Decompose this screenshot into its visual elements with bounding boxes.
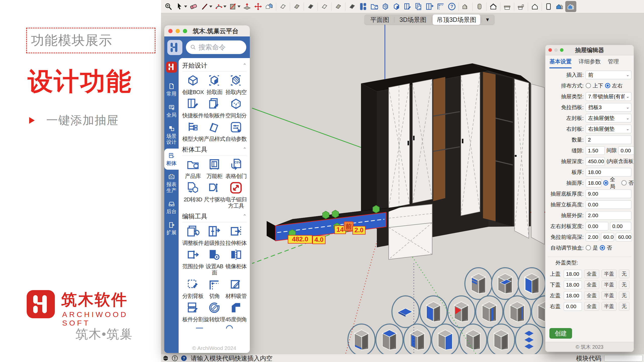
dialog-tab-1[interactable]: 详细参数: [579, 58, 601, 68]
folder-box-tool[interactable]: [369, 1, 380, 12]
view-tab-0[interactable]: 平面图: [366, 15, 393, 25]
cabinet-drawer-on-shelf-badge[interactable]: [492, 268, 519, 299]
input-11[interactable]: 9.00: [586, 190, 631, 198]
pushpull-tool[interactable]: [242, 1, 253, 12]
plane-box-1[interactable]: [277, 1, 289, 12]
tool-split-back[interactable]: 分割背板: [182, 278, 204, 299]
tool-panel-quick[interactable]: 快捷板件: [182, 97, 204, 119]
sidebar-item-4[interactable]: 报表生产: [164, 170, 179, 197]
corner-measure-tool[interactable]: [435, 1, 446, 12]
cabinet-inner-left-door-badge[interactable]: [404, 324, 431, 356]
cover-btn-下盖-无[interactable]: 无: [619, 280, 629, 289]
tool-stretch-cabinet[interactable]: 拉伸柜体: [225, 225, 247, 246]
drawer-handle-icon[interactable]: [373, 205, 379, 213]
cover-btn-左盖-全盖[interactable]: 全盖: [584, 291, 599, 300]
cover-input-2[interactable]: 18.00: [564, 291, 582, 300]
cover-btn-下盖-全盖[interactable]: 全盖: [584, 280, 599, 289]
select-0[interactable]: 前⌄: [586, 71, 631, 79]
tool-material-picker[interactable]: 材料吸管: [225, 278, 247, 299]
person-info-icon[interactable]: [172, 355, 178, 361]
cover-input-3[interactable]: 0.00: [564, 302, 582, 311]
component-tool[interactable]: [264, 1, 275, 12]
tool-auto-param[interactable]: 自动参数: [225, 121, 247, 142]
tool-pick-inner[interactable]: 拾取内空: [225, 74, 247, 95]
panel-edit-tool[interactable]: [402, 1, 413, 12]
plugin-titlebar[interactable]: 筑木.筑巢云平台: [164, 25, 250, 37]
cover-btn-右盖-无[interactable]: 无: [619, 302, 629, 311]
section-header-0[interactable]: 开始设计 ⌃: [182, 60, 247, 71]
create-button[interactable]: 创建: [549, 328, 572, 339]
plane-box-5[interactable]: [333, 1, 344, 12]
chevron-up-icon[interactable]: ⌃: [243, 213, 247, 219]
input-7a[interactable]: 1.50: [586, 146, 605, 155]
radio-上下[interactable]: 上下: [586, 82, 603, 89]
archiwood-plugin[interactable]: [358, 1, 369, 12]
tool-rotate-texture[interactable]: 旋转纹理: [204, 301, 225, 323]
dialog-tab-0[interactable]: 基本设置: [549, 58, 572, 68]
section-header-2[interactable]: 编辑工具 ⌃: [182, 210, 247, 222]
cabinet-right-door-2-badge[interactable]: [432, 324, 459, 356]
dropdown-caret-icon[interactable]: [223, 6, 226, 8]
pages-refresh-tool[interactable]: [413, 1, 424, 12]
plane-box-3[interactable]: [305, 1, 316, 12]
tool-range-stretch[interactable]: 范围拉伸: [182, 248, 204, 276]
cover-input-0[interactable]: 18.00: [564, 270, 582, 278]
cover-btn-左盖-无[interactable]: 无: [619, 291, 629, 300]
select-2[interactable]: 7.带锁抽屉(有前⌄: [586, 92, 631, 101]
house-flat[interactable]: [502, 1, 513, 12]
house-blue[interactable]: [554, 1, 565, 12]
cabinet-small-strip-badge[interactable]: [504, 296, 531, 328]
zoom-window-icon[interactable]: [183, 29, 187, 33]
cylinder-tool[interactable]: [474, 1, 485, 12]
input-8[interactable]: 450.00: [586, 157, 605, 166]
arc-tool[interactable]: [213, 1, 224, 12]
tool-panel-adjust[interactable]: 调整板件: [182, 225, 204, 246]
dropdown-caret-icon[interactable]: [209, 6, 212, 8]
tool-pick-face[interactable]: 拾取面: [204, 74, 225, 95]
drawer-handle-icon[interactable]: [332, 210, 339, 218]
radio-全局[interactable]: 全局: [603, 176, 620, 190]
cabinet-panel-flat-badge[interactable]: [392, 296, 419, 328]
tool-box-create[interactable]: 创建BOX: [182, 74, 204, 95]
tool-universal-cabinet[interactable]: 万能柜: [204, 158, 225, 179]
sidebar-item-5[interactable]: 后台: [164, 197, 179, 218]
cabinet-corner-shelf-drawers-badge[interactable]: [465, 268, 492, 299]
view-tabs-dropdown-icon[interactable]: ▼: [482, 17, 493, 23]
sidebar-item-6[interactable]: 扩展: [164, 218, 179, 239]
tool-space-divide[interactable]: 空间划分: [225, 97, 247, 119]
house-plain[interactable]: [529, 1, 540, 12]
cover-btn-下盖-半盖[interactable]: 半盖: [601, 280, 617, 289]
cover-btn-右盖-全盖[interactable]: 全盖: [584, 302, 599, 311]
tool-super-push[interactable]: 超级推拉: [204, 225, 225, 246]
tool-ab-face[interactable]: 设置AB面: [204, 248, 225, 276]
house-active[interactable]: [565, 1, 576, 12]
input-13[interactable]: 2.00: [586, 211, 631, 220]
eraser-tool[interactable]: [188, 1, 199, 12]
tool-product-lib[interactable]: 产品库: [182, 158, 204, 179]
input-10[interactable]: 18.00: [586, 179, 601, 187]
house-shaded[interactable]: [460, 1, 471, 12]
cabinet-bottom-panel-badge[interactable]: [348, 324, 375, 356]
input-15-1[interactable]: 60.00: [601, 233, 614, 241]
section-header-1[interactable]: 柜体工具 ⌃: [182, 144, 247, 155]
minimize-icon[interactable]: [176, 29, 180, 33]
drawer-handle-icon[interactable]: [323, 211, 329, 219]
pick-inner-tool[interactable]: [380, 1, 391, 12]
tool-mirror-cabinet[interactable]: 镜像柜体: [225, 248, 247, 276]
tool-to-3d[interactable]: 2D转3D: [182, 181, 204, 209]
move-tool[interactable]: [253, 1, 264, 12]
tool-e-saw[interactable]: 电子锯归方工具: [225, 181, 247, 209]
cabinet-door-blue-badge[interactable]: [518, 268, 545, 299]
house-chimney[interactable]: [515, 1, 527, 12]
cover-btn-左盖-半盖[interactable]: 半盖: [601, 291, 617, 300]
select-tool[interactable]: [174, 1, 185, 12]
sidebar-item-3[interactable]: 柜体: [164, 149, 179, 170]
wardrobe-model[interactable]: [361, 63, 544, 259]
chevron-up-icon[interactable]: ⌃: [243, 146, 247, 152]
input-7b[interactable]: 0.00: [618, 146, 634, 155]
cover-btn-右盖-半盖[interactable]: 半盖: [601, 302, 617, 311]
cover-input-1[interactable]: 18.00: [564, 281, 582, 289]
input-15-0[interactable]: 2.00: [586, 233, 599, 241]
help-tool[interactable]: ?: [446, 1, 457, 12]
cabinet-red-back-badge[interactable]: [448, 296, 475, 328]
